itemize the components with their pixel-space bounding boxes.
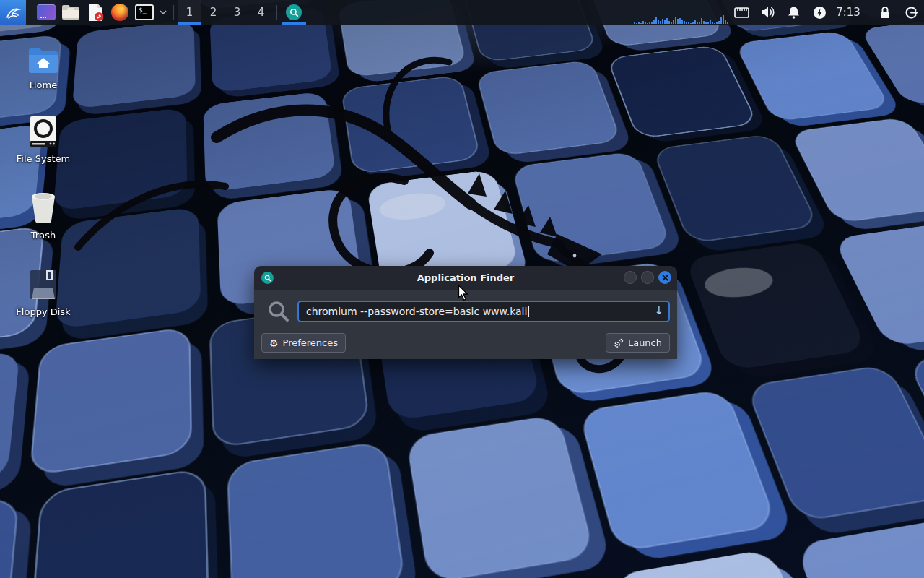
panel-separator	[276, 5, 277, 20]
kali-logo-icon	[4, 4, 22, 21]
maximize-button[interactable]	[641, 271, 654, 284]
cpu-graph[interactable]	[633, 0, 728, 25]
search-icon	[260, 300, 297, 323]
desktop-icon-file-system[interactable]: File System	[9, 114, 78, 164]
clock[interactable]: 7:13	[832, 0, 864, 25]
logout-icon	[905, 6, 918, 20]
panel-separator	[173, 5, 174, 20]
desktop-icon-floppy-disk[interactable]: Floppy Disk	[9, 267, 78, 317]
ethernet-icon	[734, 7, 749, 19]
top-panel: $_ 1 2 3 4	[0, 0, 924, 25]
desktop-icon-trash[interactable]: Trash	[9, 191, 78, 241]
lock-icon	[879, 6, 891, 19]
battery-lightning-icon	[813, 6, 827, 20]
notifications-tray-icon[interactable]	[780, 0, 806, 25]
launcher-terminal[interactable]: $_	[132, 0, 157, 25]
folder-icon	[61, 4, 81, 21]
text-caret	[528, 306, 529, 317]
launcher-firefox[interactable]	[108, 0, 132, 25]
close-button[interactable]	[658, 271, 671, 284]
desktop-icon-label: File System	[9, 153, 78, 164]
speaker-icon	[760, 6, 775, 19]
command-input[interactable]: chromium --password-store=basic www.kali…	[297, 301, 670, 322]
launch-button[interactable]: Launch	[606, 333, 670, 353]
desktop-screen: Home File System Trash	[0, 0, 924, 578]
launch-gears-icon	[614, 338, 624, 348]
close-icon	[662, 275, 668, 281]
history-dropdown-arrow[interactable]: ↓	[654, 304, 663, 317]
document-edit-icon	[86, 3, 105, 22]
hard-drive-icon	[9, 114, 78, 147]
window-title: Application Finder	[260, 272, 671, 283]
workspace-3[interactable]: 3	[225, 0, 249, 25]
floppy-disk-icon	[9, 267, 78, 301]
workspace-1[interactable]: 1	[178, 0, 201, 25]
workspace-2[interactable]: 2	[201, 0, 225, 25]
application-finder-window: Application Finder chromium --password-s…	[254, 266, 677, 359]
panel-separator	[30, 5, 30, 20]
desktop-icon-label: Trash	[9, 230, 78, 241]
applications-menu-button[interactable]	[0, 0, 26, 25]
lock-screen-button[interactable]	[872, 0, 898, 25]
workspace-4[interactable]: 4	[249, 0, 273, 25]
launcher-dropdown[interactable]	[157, 0, 170, 25]
titlebar[interactable]: Application Finder	[254, 266, 677, 290]
command-text: chromium --password-store=basic www.kali	[306, 306, 527, 317]
chevron-down-icon	[160, 10, 167, 14]
desktop-icon-label: Home	[9, 79, 78, 90]
desktop-icon-label: Floppy Disk	[9, 306, 78, 317]
power-manager-tray-icon[interactable]	[806, 0, 832, 25]
home-folder-icon	[9, 40, 78, 74]
preferences-button[interactable]: ⚙ Preferences	[261, 333, 346, 353]
desktop-icon-home[interactable]: Home	[9, 40, 78, 90]
minimize-button[interactable]	[624, 271, 637, 284]
launcher-text-editor[interactable]	[83, 0, 108, 25]
desktop-settings-icon	[37, 4, 56, 20]
bell-icon	[788, 6, 800, 19]
terminal-icon: $_	[135, 4, 154, 20]
trash-can-icon	[9, 191, 78, 224]
appfinder-task-button[interactable]	[281, 0, 307, 25]
network-tray-icon[interactable]	[728, 0, 754, 25]
logout-button[interactable]	[898, 0, 924, 25]
volume-tray-icon[interactable]	[754, 0, 780, 25]
launcher-file-manager[interactable]	[58, 0, 83, 25]
launcher-desktop-settings[interactable]	[34, 0, 58, 25]
firefox-icon	[111, 4, 128, 21]
panel-separator	[868, 5, 868, 20]
appfinder-icon	[286, 4, 302, 20]
gear-icon: ⚙	[269, 338, 279, 348]
appfinder-window-icon	[261, 272, 274, 284]
